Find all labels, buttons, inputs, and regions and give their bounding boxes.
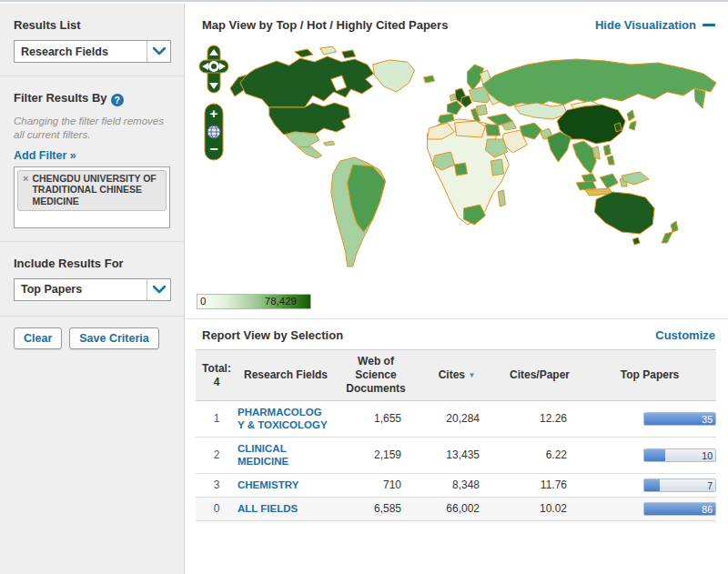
cites-per-paper-value: 12.26 bbox=[496, 401, 583, 438]
globe-icon[interactable] bbox=[207, 126, 220, 138]
top-papers-bar: 86 bbox=[643, 502, 716, 516]
remove-filter-icon[interactable]: × bbox=[23, 173, 28, 207]
help-icon[interactable]: ? bbox=[111, 94, 124, 106]
column-cites-per-paper[interactable]: Cites/Paper bbox=[496, 350, 583, 401]
top-papers-bar: 35 bbox=[643, 412, 716, 426]
row-rank: 1 bbox=[196, 401, 238, 438]
map-controls: + − bbox=[198, 45, 229, 161]
include-results-select[interactable]: Top Papers bbox=[14, 278, 171, 301]
top-papers-bar: 7 bbox=[643, 478, 716, 492]
field-link[interactable]: CLINICAL MEDICINE bbox=[238, 442, 329, 468]
filter-list-box[interactable]: × CHENGDU UNIVERSITY OF TRADITIONAL CHIN… bbox=[14, 166, 170, 228]
report-section: Report View by Selection Customize Total… bbox=[186, 318, 728, 521]
cites-value: 8,348 bbox=[418, 473, 496, 497]
zoom-out-icon[interactable]: − bbox=[209, 141, 217, 156]
report-title: Report View by Selection bbox=[202, 328, 343, 342]
save-criteria-button[interactable]: Save Criteria bbox=[69, 327, 158, 349]
cites-value: 20,284 bbox=[418, 401, 496, 438]
sort-descending-icon: ▼ bbox=[468, 371, 475, 379]
filter-results-by-label: Filter Results By? bbox=[14, 91, 170, 106]
row-rank: 2 bbox=[196, 437, 238, 473]
field-link[interactable]: PHARMACOLOGY & TOXICOLOGY bbox=[238, 406, 329, 432]
add-filter-link[interactable]: Add Filter » bbox=[14, 149, 76, 162]
legend-max-value: 78,429 bbox=[265, 296, 297, 307]
chevron-down-icon bbox=[147, 41, 170, 62]
map-legend-gradient: 0 78,429 bbox=[197, 294, 311, 309]
page: Results List Research Fields Filter Resu… bbox=[0, 0, 728, 574]
clear-button[interactable]: Clear bbox=[14, 327, 62, 349]
results-list-label: Results List bbox=[14, 18, 170, 32]
results-list-selected-value: Research Fields bbox=[15, 45, 147, 58]
legend-min-value: 0 bbox=[200, 296, 206, 307]
world-map-choropleth[interactable] bbox=[186, 37, 728, 281]
wos-docs-value: 2,159 bbox=[334, 437, 418, 473]
cites-value: 66,002 bbox=[418, 497, 496, 520]
sidebar: Results List Research Fields Filter Resu… bbox=[0, 4, 185, 574]
results-list-section: Results List Research Fields bbox=[0, 4, 184, 76]
map-region-greenland[interactable] bbox=[373, 60, 435, 92]
cites-per-paper-value: 10.02 bbox=[496, 497, 583, 520]
row-rank: 0 bbox=[196, 497, 238, 520]
customize-link[interactable]: Customize bbox=[655, 328, 715, 342]
map-region-south-america[interactable] bbox=[331, 157, 386, 267]
filter-section: Filter Results By? Changing the filter f… bbox=[0, 76, 184, 241]
filter-note: Changing the filter field removes all cu… bbox=[14, 115, 167, 142]
filter-chip-label: CHENGDU UNIVERSITY OF TRADITIONAL CHINES… bbox=[32, 173, 161, 207]
field-link[interactable]: ALL FIELDS bbox=[238, 502, 329, 515]
map-region-africa[interactable] bbox=[428, 119, 510, 225]
map-view-header: Map View by Top / Hot / Highly Cited Pap… bbox=[186, 4, 728, 37]
column-cites-sorted[interactable]: Cites ▼ bbox=[418, 350, 496, 401]
column-research-fields[interactable]: Research Fields bbox=[238, 350, 334, 401]
map-pan-control[interactable] bbox=[198, 45, 229, 94]
total-header: Total:4 bbox=[196, 350, 238, 401]
top-papers-value: 10 bbox=[702, 450, 713, 461]
minimize-icon bbox=[703, 24, 715, 26]
filter-chip[interactable]: × CHENGDU UNIVERSITY OF TRADITIONAL CHIN… bbox=[17, 170, 167, 211]
map-region-oceania[interactable] bbox=[594, 192, 678, 245]
table-header-row: Total:4 Research Fields Web of Science D… bbox=[196, 350, 716, 401]
wos-docs-value: 6,585 bbox=[334, 497, 418, 520]
table-row: 0 ALL FIELDS 6,585 66,002 10.02 86 bbox=[196, 497, 716, 520]
table-row: 3 CHEMISTRY 710 8,348 11.76 7 bbox=[196, 473, 716, 497]
cites-per-paper-value: 11.76 bbox=[496, 473, 583, 497]
include-results-section: Include Results For Top Papers bbox=[0, 242, 184, 316]
top-papers-value: 86 bbox=[702, 504, 713, 515]
top-papers-value: 35 bbox=[702, 414, 713, 425]
map-zoom-control[interactable]: + − bbox=[204, 103, 224, 161]
wos-docs-value: 1,655 bbox=[334, 401, 418, 438]
report-header: Report View by Selection Customize bbox=[186, 319, 728, 349]
table-row: 1 PHARMACOLOGY & TOXICOLOGY 1,655 20,284… bbox=[196, 401, 716, 438]
results-list-select[interactable]: Research Fields bbox=[14, 40, 171, 63]
column-wos-documents[interactable]: Web of Science Documents bbox=[334, 350, 418, 401]
table-row: 2 CLINICAL MEDICINE 2,159 13,435 6.22 10 bbox=[196, 437, 716, 473]
sidebar-buttons: Clear Save Criteria bbox=[0, 317, 184, 360]
field-link[interactable]: CHEMISTRY bbox=[238, 478, 329, 491]
row-rank: 3 bbox=[196, 473, 238, 497]
chevron-down-icon bbox=[147, 279, 170, 300]
zoom-in-icon[interactable]: + bbox=[210, 106, 218, 121]
top-papers-value: 7 bbox=[707, 480, 713, 491]
top-papers-bar: 10 bbox=[643, 448, 716, 462]
cites-value: 13,435 bbox=[418, 437, 496, 473]
map-view-title: Map View by Top / Hot / Highly Cited Pap… bbox=[202, 18, 448, 32]
map-region-north-america[interactable] bbox=[230, 46, 374, 158]
include-results-label: Include Results For bbox=[14, 257, 170, 270]
main-panel: Map View by Top / Hot / Highly Cited Pap… bbox=[186, 4, 728, 574]
column-top-papers[interactable]: Top Papers bbox=[583, 350, 716, 401]
wos-docs-value: 710 bbox=[334, 473, 418, 497]
hide-visualization-link[interactable]: Hide Visualization bbox=[595, 18, 715, 32]
report-table: Total:4 Research Fields Web of Science D… bbox=[196, 349, 716, 521]
cites-per-paper-value: 6.22 bbox=[496, 437, 583, 473]
include-results-selected-value: Top Papers bbox=[15, 283, 147, 296]
map-visualization: + − bbox=[186, 37, 728, 281]
